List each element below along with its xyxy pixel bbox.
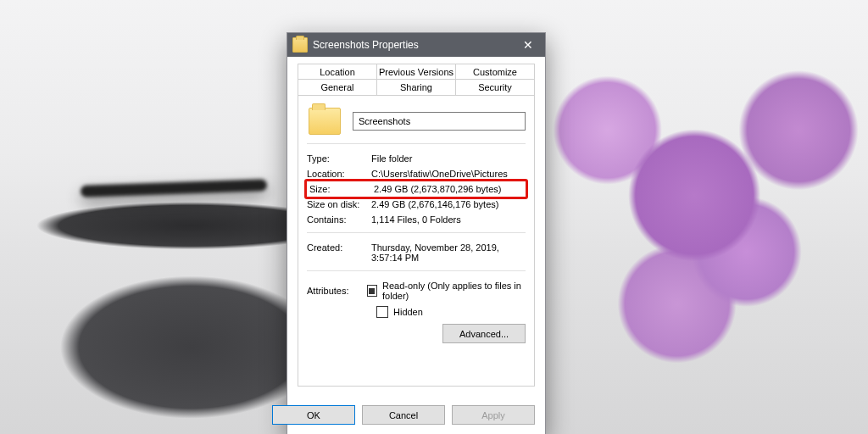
- value-location: C:\Users\fatiw\OneDrive\Pictures: [371, 169, 526, 179]
- tabs-row-front: General Sharing Security: [298, 79, 535, 96]
- row-attributes-readonly: Attributes: Read-only (Only applies to f…: [307, 278, 526, 303]
- label-size-on-disk: Size on disk:: [307, 199, 371, 209]
- close-icon[interactable]: ✕: [511, 33, 545, 57]
- checkbox-readonly[interactable]: [367, 285, 377, 297]
- row-size-on-disk: Size on disk: 2.49 GB (2,676,146,176 byt…: [307, 197, 526, 212]
- value-size-on-disk: 2.49 GB (2,676,146,176 bytes): [371, 199, 526, 209]
- tab-sharing[interactable]: Sharing: [376, 79, 456, 96]
- tab-previous-versions[interactable]: Previous Versions: [376, 64, 456, 80]
- apply-button[interactable]: Apply: [452, 405, 535, 425]
- tab-panel-general: Screenshots Type: File folder Location: …: [298, 96, 535, 387]
- label-size: Size:: [309, 184, 374, 194]
- separator: [307, 232, 526, 233]
- value-size: 2.49 GB (2,673,870,296 bytes): [374, 184, 523, 194]
- label-readonly: Read-only (Only applies to files in fold…: [382, 281, 526, 301]
- tabs-row-back: Location Previous Versions Customize: [298, 64, 535, 80]
- row-created: Created: Thursday, November 28, 2019, 3:…: [307, 240, 526, 265]
- folder-name-value: Screenshots: [359, 116, 410, 126]
- tab-location[interactable]: Location: [298, 64, 377, 80]
- label-location: Location:: [307, 169, 371, 179]
- window-title: Screenshots Properties: [313, 39, 511, 51]
- desktop-background: Screenshots Properties ✕ Location Previo…: [0, 0, 868, 434]
- ok-button[interactable]: OK: [272, 405, 355, 425]
- tab-general[interactable]: General: [298, 79, 377, 96]
- folder-icon: [292, 37, 308, 53]
- label-hidden: Hidden: [393, 307, 423, 317]
- folder-large-icon: [309, 108, 341, 135]
- label-created: Created:: [307, 242, 371, 263]
- folder-name-field[interactable]: Screenshots: [353, 112, 526, 131]
- separator: [307, 143, 526, 144]
- value-contains: 1,114 Files, 0 Folders: [371, 214, 526, 225]
- separator: [307, 270, 526, 271]
- folder-name-row: Screenshots: [309, 108, 526, 135]
- label-contains: Contains:: [307, 214, 371, 225]
- tab-customize[interactable]: Customize: [455, 64, 535, 80]
- row-type: Type: File folder: [307, 151, 526, 166]
- label-attributes: Attributes:: [307, 286, 362, 296]
- titlebar[interactable]: Screenshots Properties ✕: [287, 33, 545, 57]
- row-size: Size: 2.49 GB (2,673,870,296 bytes): [307, 181, 526, 197]
- properties-window: Screenshots Properties ✕ Location Previo…: [287, 32, 546, 434]
- row-attributes-hidden: Hidden: [307, 303, 526, 320]
- checkbox-hidden[interactable]: [376, 306, 388, 318]
- value-created: Thursday, November 28, 2019, 3:57:14 PM: [371, 242, 526, 263]
- tab-security[interactable]: Security: [455, 79, 535, 96]
- client-area: Location Previous Versions Customize Gen…: [287, 57, 545, 397]
- advanced-button[interactable]: Advanced...: [442, 324, 526, 343]
- cancel-button[interactable]: Cancel: [362, 405, 445, 425]
- row-contains: Contains: 1,114 Files, 0 Folders: [307, 212, 526, 227]
- value-type: File folder: [371, 153, 526, 164]
- dialog-footer: OK Cancel Apply: [287, 397, 545, 434]
- label-type: Type:: [307, 153, 371, 164]
